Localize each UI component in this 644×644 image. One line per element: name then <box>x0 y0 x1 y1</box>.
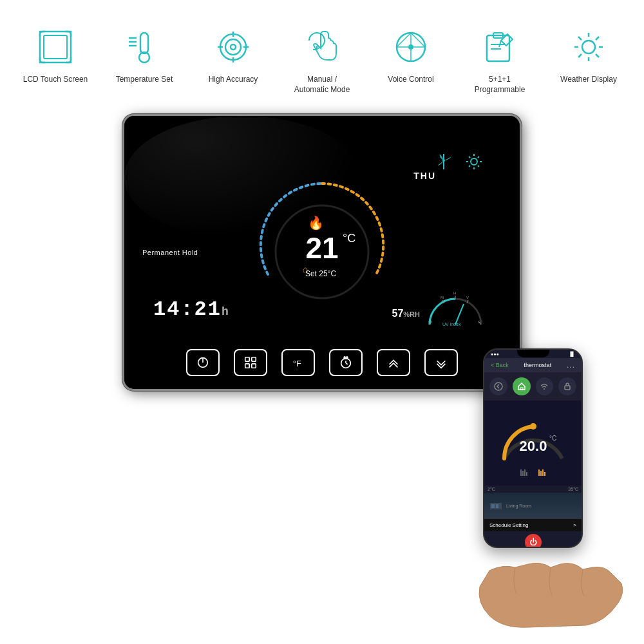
svg-line-71 <box>346 363 348 365</box>
feature-weather: Weather Display <box>553 24 624 85</box>
svg-rect-64 <box>245 357 249 361</box>
svg-text:°F: °F <box>293 359 301 368</box>
svg-rect-92 <box>489 509 502 510</box>
feature-temp-set: Temperature Set <box>109 24 180 85</box>
phone-icon-home[interactable] <box>513 377 531 395</box>
phone-nav-bar: < Back thermostat ... <box>484 358 582 372</box>
bottom-buttons: °F <box>186 349 458 376</box>
phone-back-button[interactable]: < Back <box>491 362 509 368</box>
feature-lcd: LCD Touch Screen <box>20 24 91 85</box>
svg-text:🔥: 🔥 <box>308 215 324 231</box>
svg-point-9 <box>225 39 241 55</box>
programmable-label: 5+1+1Programmable <box>475 75 526 95</box>
svg-text:°C: °C <box>549 435 556 442</box>
svg-rect-1 <box>44 35 67 59</box>
svg-rect-67 <box>252 364 256 368</box>
phone-temp-range: 2°C 35°C <box>484 486 582 493</box>
feature-voice: Voice Control <box>375 24 446 85</box>
temp-down-button[interactable] <box>424 349 458 376</box>
thermostat-device[interactable]: Permanent Hold 14:21h THU <box>122 114 522 391</box>
wind-turbine-icon <box>433 151 454 175</box>
lcd-label: LCD Touch Screen <box>23 75 88 85</box>
svg-line-29 <box>578 37 582 40</box>
temp-unit-button[interactable]: °F <box>281 349 315 376</box>
svg-rect-73 <box>346 357 348 359</box>
svg-text:H: H <box>453 291 456 295</box>
svg-text:20.0: 20.0 <box>519 438 547 454</box>
touch-icon <box>299 24 345 70</box>
humidity-display: 57%RH <box>392 308 420 319</box>
time-display: 14:21h <box>153 298 230 321</box>
svg-text:21: 21 <box>305 231 338 265</box>
program-icon <box>477 24 522 70</box>
svg-text:°C: °C <box>343 232 355 245</box>
weather-icons-area <box>433 151 484 175</box>
svg-text:E: E <box>478 320 481 324</box>
svg-line-30 <box>596 54 599 57</box>
svg-text:UV index: UV index <box>442 322 461 327</box>
phone-schedule-setting[interactable]: Schedule Setting > <box>484 518 582 531</box>
phone-power-button[interactable]: ⏻ <box>525 534 542 548</box>
svg-point-78 <box>530 423 536 430</box>
svg-rect-2 <box>140 33 148 53</box>
svg-rect-65 <box>252 357 256 361</box>
svg-line-41 <box>478 166 479 167</box>
svg-point-34 <box>442 159 445 162</box>
mode-label: Manual /Automatic Mode <box>294 75 350 95</box>
accuracy-label: High Accuracy <box>209 75 258 85</box>
thermometer-icon <box>122 24 167 70</box>
svg-rect-72 <box>344 357 345 359</box>
phone-room-preview: Living Room <box>484 493 582 518</box>
thermostat-screen: Permanent Hold 14:21h THU <box>124 116 520 389</box>
phone-icon-wifi[interactable] <box>536 377 554 395</box>
features-bar: LCD Touch Screen Temperature Set <box>0 0 644 108</box>
svg-rect-90 <box>491 504 495 508</box>
phone-menu-button[interactable]: ... <box>567 361 575 370</box>
phone-notch <box>517 350 549 357</box>
sun-icon <box>464 151 484 175</box>
svg-line-40 <box>469 156 470 158</box>
feature-programmable: 5+1+1Programmable <box>464 24 535 95</box>
svg-rect-75 <box>520 388 523 390</box>
feature-mode: Manual /Automatic Mode <box>287 24 357 95</box>
phone-icons-row <box>484 372 582 401</box>
temperature-gauge: 🔥 21 °C ⌂ Set 25°C <box>251 175 393 316</box>
voice-label: Voice Control <box>388 75 433 85</box>
svg-line-43 <box>469 166 470 167</box>
svg-line-31 <box>596 37 599 40</box>
weather-icon <box>566 24 611 70</box>
svg-point-10 <box>231 44 236 50</box>
voice-icon <box>388 24 433 70</box>
lcd-icon <box>33 24 78 70</box>
svg-point-35 <box>471 158 477 165</box>
day-display: THU <box>413 171 436 181</box>
svg-rect-91 <box>496 504 498 508</box>
svg-line-32 <box>578 54 582 57</box>
svg-point-74 <box>495 383 502 390</box>
uv-gauge: L M H V E UV index <box>426 286 484 325</box>
weather-label: Weather Display <box>560 75 617 85</box>
crosshair-icon <box>211 24 256 70</box>
svg-point-24 <box>582 41 595 53</box>
svg-text:Set  25°C: Set 25°C <box>305 269 336 278</box>
phone-gauge-area: 20.0 °C <box>484 401 582 486</box>
svg-point-76 <box>544 388 545 390</box>
svg-line-42 <box>478 156 479 158</box>
svg-point-8 <box>220 34 246 60</box>
grid-button[interactable] <box>234 349 267 376</box>
svg-text:V: V <box>466 296 469 299</box>
svg-rect-66 <box>245 364 249 368</box>
temp-up-button[interactable] <box>377 349 410 376</box>
hand-holding: ●●● ▐▌ < Back thermostat ... <box>477 348 625 625</box>
temp-set-label: Temperature Set <box>116 75 173 85</box>
schedule-button[interactable] <box>329 349 363 376</box>
phone-title: thermostat <box>524 362 552 368</box>
svg-point-18 <box>409 45 413 49</box>
phone-device[interactable]: ●●● ▐▌ < Back thermostat ... <box>483 348 583 548</box>
svg-text:M: M <box>440 296 444 299</box>
svg-rect-77 <box>565 386 570 390</box>
phone-icon-back[interactable] <box>489 377 507 395</box>
phone-icon-lock[interactable] <box>558 377 576 395</box>
phone-app-container: ●●● ▐▌ < Back thermostat ... <box>477 348 625 625</box>
power-button[interactable] <box>186 349 220 376</box>
